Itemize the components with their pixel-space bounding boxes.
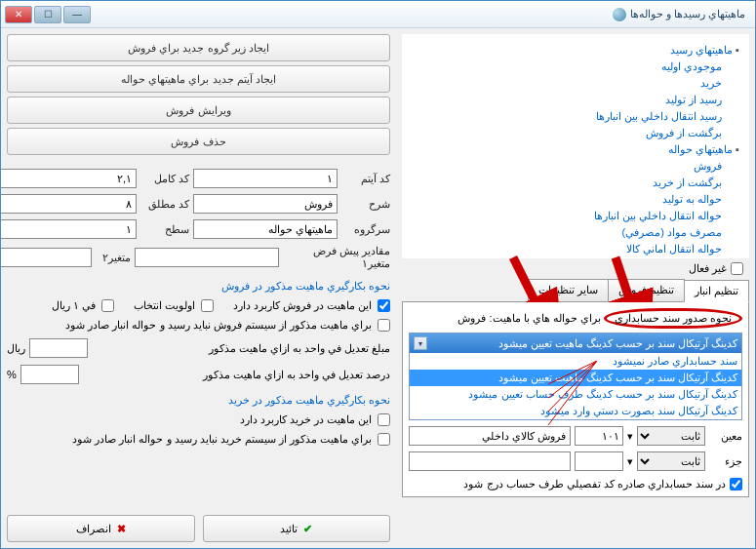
- inactive-label: غير فعال: [689, 262, 727, 275]
- tree-root-receipt[interactable]: ماهيتهاي رسيد: [670, 44, 739, 56]
- close-button[interactable]: ✕: [5, 6, 32, 23]
- moein-label: معين: [709, 430, 742, 443]
- nature-tree[interactable]: ماهيتهاي رسيد موجودي اوليه خريد رسيد از …: [402, 34, 749, 258]
- tree-item[interactable]: برگشت از خريد: [406, 175, 739, 191]
- inactive-checkbox[interactable]: [731, 262, 743, 275]
- tree-item[interactable]: رسيد از توليد: [406, 92, 739, 108]
- amount-input[interactable]: [29, 338, 88, 358]
- desc-input[interactable]: [193, 194, 338, 214]
- check-icon: ✔: [303, 523, 312, 535]
- minimize-button[interactable]: —: [63, 6, 91, 23]
- sales-usage-title: نحوه بکارگيري ماهيت مذکور در فروش: [7, 280, 390, 293]
- abs-code-label: كد مطلق: [140, 198, 189, 211]
- dropdown-selected: کدينگ آرتيکال سند بر حسب کدينگ ماهيت تعي…: [498, 337, 737, 350]
- moein-code-input[interactable]: [575, 426, 623, 446]
- dropdown-option[interactable]: کدينگ آرتيکال سند بر حسب کدينگ طرف حساب …: [410, 386, 741, 403]
- chevron-down-icon: ▾: [627, 430, 633, 443]
- no-issue-label: براي ماهيت مذکور از سيستم فروش نبايد رسي…: [65, 319, 372, 332]
- amount-label: مبلغ تعديل في واحد به ازاي ماهيت مذکور: [92, 342, 390, 355]
- tree-item[interactable]: حواله انتقال اماني کالا: [406, 241, 739, 257]
- var1-input[interactable]: [135, 248, 279, 267]
- tree-root-remit[interactable]: ماهيتهاي حواله: [668, 143, 739, 155]
- right-pane: ايجاد زير گروه جديد براي فروش ايجاد آيتم…: [1, 28, 396, 548]
- cancel-button[interactable]: ✖انصراف: [7, 515, 195, 542]
- chevron-down-icon: ▾: [627, 455, 633, 468]
- group-label: سرگروه: [341, 223, 390, 236]
- left-pane: ماهيتهاي رسيد موجودي اوليه خريد رسيد از …: [396, 28, 755, 548]
- buy-usage-checkbox[interactable]: [378, 413, 390, 426]
- buy-usage-label: اين ماهيت در خريد کاربرد دارد: [240, 413, 372, 426]
- tab-other[interactable]: ساير تنظيمات: [528, 279, 609, 301]
- tree-item[interactable]: رسيد انتقال داخلي بين انبارها: [406, 108, 739, 125]
- tab-body: نحوه صدور سند حسابداري براي حواله هاي با…: [402, 302, 749, 497]
- ok-button[interactable]: ✔تائيد: [203, 515, 391, 542]
- window-title: ماهيتهاي رسيدها و حواله‌ها: [630, 8, 745, 20]
- joz-desc-input[interactable]: [409, 451, 571, 471]
- tree-item[interactable]: مصرف مواد (مصرفي): [406, 224, 739, 241]
- no-issue-checkbox[interactable]: [378, 319, 390, 332]
- rial-checkbox[interactable]: [101, 299, 114, 312]
- joz-code-input[interactable]: [575, 451, 623, 471]
- tree-item[interactable]: برگشت از فروش: [406, 125, 739, 141]
- cross-icon: ✖: [117, 523, 126, 535]
- issuance-dropdown[interactable]: کدينگ آرتيکال سند بر حسب کدينگ ماهيت تعي…: [409, 333, 742, 420]
- item-code-label: كد آيتم: [341, 173, 390, 185]
- detail-account-checkbox[interactable]: [730, 478, 742, 490]
- issuance-label: نحوه صدور سند حسابداري: [604, 308, 742, 329]
- percent-input[interactable]: [20, 365, 79, 384]
- dropdown-option[interactable]: کدينگ آرتيکال سند بر حسب کدينگ ماهيت تعي…: [410, 370, 741, 386]
- priority-label: اولويت انتخاب: [134, 299, 195, 312]
- percent-unit: %: [7, 369, 17, 380]
- delete-button[interactable]: حذف فروش: [7, 128, 390, 155]
- tab-warehouse[interactable]: تنظيم انبار: [684, 280, 749, 302]
- moein-type-select[interactable]: ثابت: [637, 426, 705, 446]
- tree-item[interactable]: فروش: [406, 158, 739, 175]
- group-input[interactable]: [193, 219, 338, 239]
- priority-checkbox[interactable]: [201, 299, 214, 312]
- full-code-input[interactable]: [0, 169, 137, 188]
- abs-code-input[interactable]: [0, 194, 137, 214]
- desc-label: شرح: [341, 198, 390, 211]
- titlebar: ✕ ☐ — ماهيتهاي رسيدها و حواله‌ها: [1, 1, 755, 28]
- tab-sales[interactable]: تنظيم فروش: [608, 279, 685, 301]
- tree-item[interactable]: خريد: [406, 75, 739, 92]
- sales-usage-checkbox[interactable]: [378, 299, 390, 312]
- var2-input[interactable]: [0, 248, 92, 267]
- edit-button[interactable]: ويرايش فروش: [7, 97, 390, 124]
- joz-label: جزء: [709, 455, 742, 468]
- buy-no-issue-checkbox[interactable]: [378, 433, 390, 446]
- dropdown-option[interactable]: سند حسابداري صادر نميشود: [410, 353, 741, 370]
- rial-label: في ١ ريال: [52, 299, 96, 312]
- joz-type-select[interactable]: ثابت: [637, 451, 705, 471]
- buy-no-issue-label: براي ماهيت مذکور از سيستم خريد نبايد رسي…: [72, 433, 372, 446]
- level-input[interactable]: [0, 219, 137, 239]
- maximize-button[interactable]: ☐: [34, 6, 61, 23]
- detail-account-label: در سند حسابداري صادره کد تفصيلي طرف حساب…: [463, 478, 726, 490]
- dropdown-option[interactable]: کدينگ آرتيکال سند بصورت دستي وارد ميشود: [410, 403, 741, 419]
- amount-unit: ريال: [7, 342, 25, 355]
- defvar-label: مقادير پيش فرض متغير١: [283, 245, 390, 270]
- var2-label: متغير٢: [96, 252, 131, 264]
- item-code-input[interactable]: [193, 169, 338, 188]
- tree-item[interactable]: حواله انتقال داخلي بين انبارها: [406, 208, 739, 224]
- tree-item[interactable]: موجودي اوليه: [406, 59, 739, 75]
- app-icon: [613, 8, 626, 21]
- full-code-label: كد كامل: [140, 173, 189, 185]
- issuance-suffix: براي حواله هاي با ماهيت: فروش: [458, 312, 600, 324]
- percent-label: درصد تعديل في واحد به ازاي ماهيت مذکور: [83, 369, 390, 381]
- create-item-button[interactable]: ايجاد آيتم جديد براي ماهيتهاي حواله: [7, 65, 390, 93]
- tree-item[interactable]: حواله به توليد: [406, 191, 739, 208]
- buy-usage-title: نحوه بکارگيري ماهيت مذکور در خريد: [7, 394, 390, 407]
- moein-desc-input[interactable]: [409, 426, 571, 446]
- tabs: تنظيم انبار تنظيم فروش ساير تنظيمات: [402, 279, 749, 302]
- chevron-down-icon[interactable]: ▾: [414, 336, 427, 350]
- create-subgroup-button[interactable]: ايجاد زير گروه جديد براي فروش: [7, 34, 390, 61]
- sales-usage-label: اين ماهيت در فروش کاربرد دارد: [233, 299, 372, 312]
- level-label: سطح: [140, 223, 189, 236]
- app-window: ✕ ☐ — ماهيتهاي رسيدها و حواله‌ها ماهيتها…: [0, 0, 756, 549]
